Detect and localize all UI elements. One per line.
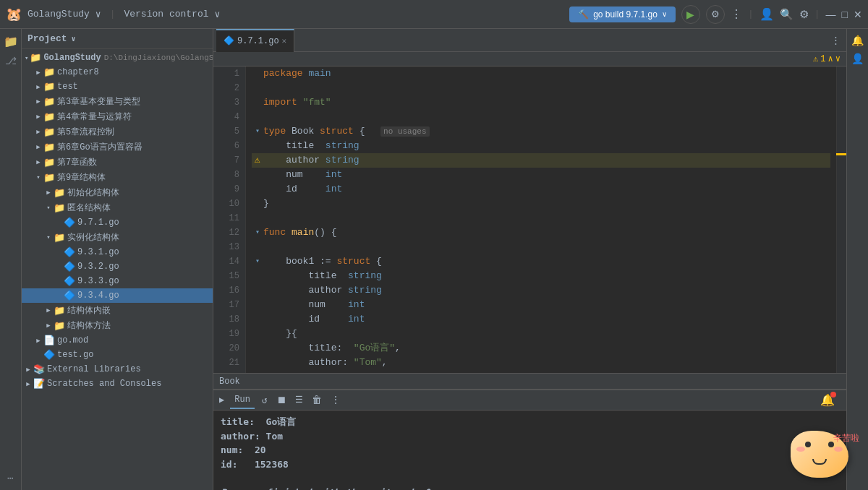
right-profile-icon[interactable]: 👤 xyxy=(851,53,864,65)
sidebar-item-934[interactable]: ▶ 🔷 9.3.4.go xyxy=(22,288,213,303)
build-arrow: ∨ xyxy=(662,10,667,18)
console-line-2: author: Tom xyxy=(221,429,839,444)
more-tools-icon[interactable]: ⋯ xyxy=(7,472,13,484)
right-notif-icon[interactable]: 🔔 xyxy=(851,35,864,47)
console-line-3: num: 20 xyxy=(221,443,839,457)
bottom-tabs: ▶ Run ↺ ⏹ ☰ 🗑 ⋮ 🔔 xyxy=(213,390,846,411)
warning-icon: ⚠ xyxy=(813,53,818,64)
editor-area: 🔷 9.7.1.go ✕ ⋮ ⚠ 1 ∧ ∨ 1 2 3 xyxy=(213,29,846,490)
trash-icon[interactable]: 🗑 xyxy=(310,393,323,408)
profile-button[interactable]: 👤 xyxy=(760,7,774,21)
line-numbers: 1 2 3 4 5 6 7 8 9 10 11 12 13 14 15 16 1 xyxy=(213,66,246,373)
sidebar-item-ch9[interactable]: ▾ 📁 第9章结构体 xyxy=(22,170,213,185)
app-name-arrow: ∨ xyxy=(95,9,101,20)
code-line-6: title string xyxy=(252,139,830,153)
settings-button[interactable]: ⚙ xyxy=(799,8,809,21)
version-control-arrow: ∨ xyxy=(215,9,221,20)
more-button[interactable]: ⋮ xyxy=(731,7,742,21)
sidebar-arrow: ∨ xyxy=(72,35,76,43)
code-line-3: import "fmt" xyxy=(252,95,830,110)
sidebar-item-971[interactable]: ▶ 🔷 9.7.1.go xyxy=(22,215,213,230)
sidebar-item-ch3[interactable]: ▶ 📁 第3章基本变量与类型 xyxy=(22,94,213,109)
debug-button[interactable]: ⚙ xyxy=(706,5,725,24)
sidebar-item-init-struct[interactable]: ▶ 📁 初始化结构体 xyxy=(22,185,213,200)
run-button[interactable]: ▶ xyxy=(681,5,700,24)
tabs-bar: 🔷 9.7.1.go ✕ ⋮ xyxy=(213,29,846,52)
warnings-bar: ⚠ 1 ∧ ∨ xyxy=(213,52,846,66)
sidebar-item-example[interactable]: ▾ 📁 实例化结构体 xyxy=(22,230,213,245)
code-content-1: package main xyxy=(263,66,830,81)
sidebar-tree: ▾ 📁 GolangStudy D:\DingJiaxiong\GolangSt… xyxy=(22,49,213,490)
main-layout: 📁 ⎇ ⋯ Project ∨ ▾ 📁 GolangStudy D:\DingJ… xyxy=(0,29,868,490)
sidebar-item-ch4[interactable]: ▶ 📁 第4章常量与运算符 xyxy=(22,109,213,124)
list-icon[interactable]: ☰ xyxy=(294,393,305,407)
breadcrumb-bar: Book xyxy=(213,373,846,389)
sidebar-item-933[interactable]: ▶ 🔷 9.3.3.go xyxy=(22,274,213,288)
sidebar-item-struct-method[interactable]: ▶ 📁 结构体方法 xyxy=(22,318,213,333)
version-control-label[interactable]: Version control xyxy=(124,9,208,20)
sidebar-item-ch7[interactable]: ▶ 📁 第7章函数 xyxy=(22,155,213,170)
maximize-button[interactable]: □ xyxy=(842,9,848,20)
build-icon: 🔨 xyxy=(578,9,589,20)
code-line-18: id int xyxy=(252,312,830,327)
build-label: go build 9.7.1.go xyxy=(593,9,658,20)
code-line-11 xyxy=(252,211,830,225)
code-line-14: ▾ book1 := struct { xyxy=(252,254,830,269)
code-line-16: author string xyxy=(252,283,830,298)
git-icon[interactable]: ⎇ xyxy=(5,55,17,67)
warning-up-arrow[interactable]: ∧ xyxy=(828,53,833,64)
code-line-12: ▾ func main() { xyxy=(252,225,830,240)
tab-run[interactable]: Run xyxy=(230,392,255,409)
sidebar-item-testgo[interactable]: ▶ 🔷 test.go xyxy=(22,348,213,362)
sidebar: Project ∨ ▾ 📁 GolangStudy D:\DingJiaxion… xyxy=(22,29,213,490)
sidebar-item-root[interactable]: ▾ 📁 GolangStudy D:\DingJiaxiong\GolangSt… xyxy=(22,51,213,65)
sidebar-item-932[interactable]: ▶ 🔷 9.3.2.go xyxy=(22,259,213,274)
search-button[interactable]: 🔍 xyxy=(780,8,793,21)
console-line-4: id: 152368 xyxy=(221,457,839,472)
panel-more-icon[interactable]: ⋮ xyxy=(329,392,342,408)
code-line-9: id int xyxy=(252,182,830,197)
console-output: title: Go语言 author: Tom num: 20 id: 1523… xyxy=(213,411,846,490)
warning-badge: ⚠ 1 ∧ ∨ xyxy=(813,53,841,64)
restart-icon[interactable]: ↺ xyxy=(260,393,269,408)
titlebar: 🐹 GolangStudy ∨ | Version control ∨ 🔨 go… xyxy=(0,0,868,29)
code-line-19: }{ xyxy=(252,327,830,341)
sidebar-item-ext-libs[interactable]: ▶ 📚 External Libraries xyxy=(22,362,213,377)
build-button[interactable]: 🔨 go build 9.7.1.go ∨ xyxy=(569,7,676,22)
code-area[interactable]: package main import "fmt" xyxy=(246,66,836,373)
sidebar-header: Project ∨ xyxy=(22,29,213,49)
warning-count: 1 xyxy=(820,54,825,64)
minimize-button[interactable]: — xyxy=(826,9,836,20)
sidebar-item-931[interactable]: ▶ 🔷 9.3.1.go xyxy=(22,245,213,259)
code-line-4 xyxy=(252,110,830,124)
stop-icon[interactable]: ⏹ xyxy=(275,393,288,408)
warning-marker xyxy=(836,153,846,155)
sidebar-item-ch5[interactable]: ▶ 📁 第5章流程控制 xyxy=(22,124,213,139)
code-line-1: package main xyxy=(252,66,830,81)
warning-down-arrow[interactable]: ∨ xyxy=(835,53,841,64)
sidebar-item-gomod[interactable]: ▶ 📄 go.mod xyxy=(22,333,213,348)
sidebar-item-ch6[interactable]: ▶ 📁 第6章Go语言内置容器 xyxy=(22,139,213,155)
bottom-panel: ▶ Run ↺ ⏹ ☰ 🗑 ⋮ 🔔 title: Go语言 author: To… xyxy=(213,389,846,490)
tab-971[interactable]: 🔷 9.7.1.go ✕ xyxy=(216,29,294,52)
sidebar-item-anon-struct[interactable]: ▾ 📁 匿名结构体 xyxy=(22,200,213,215)
code-line-13 xyxy=(252,240,830,254)
right-scroll-gutter[interactable] xyxy=(836,66,846,373)
folder-icon[interactable]: 📁 xyxy=(4,35,18,49)
console-line-6: Process finished with the exit code 0 xyxy=(221,486,839,491)
sidebar-title: Project xyxy=(27,33,67,44)
tab-close-icon[interactable]: ✕ xyxy=(282,36,287,46)
notif-bell[interactable]: 🔔 xyxy=(820,393,835,408)
left-toolbar: 📁 ⎇ ⋯ xyxy=(0,29,22,490)
sidebar-item-test[interactable]: ▶ 📁 test xyxy=(22,79,213,94)
code-line-10: } xyxy=(252,197,830,211)
sidebar-item-chapter8[interactable]: ▶ 📁 chapter8 xyxy=(22,65,213,79)
app-icon: 🐹 xyxy=(6,7,22,22)
app-name: GolangStudy xyxy=(27,9,90,20)
close-button[interactable]: ✕ xyxy=(854,9,862,20)
sidebar-item-struct-internal[interactable]: ▶ 📁 结构体内嵌 xyxy=(22,303,213,318)
sidebar-item-scratches[interactable]: ▶ 📝 Scratches and Consoles xyxy=(22,377,213,391)
breadcrumb-text: Book xyxy=(219,377,240,387)
code-line-20: title: "Go语言", xyxy=(252,341,830,356)
tabs-menu-button[interactable]: ⋮ xyxy=(825,35,846,46)
